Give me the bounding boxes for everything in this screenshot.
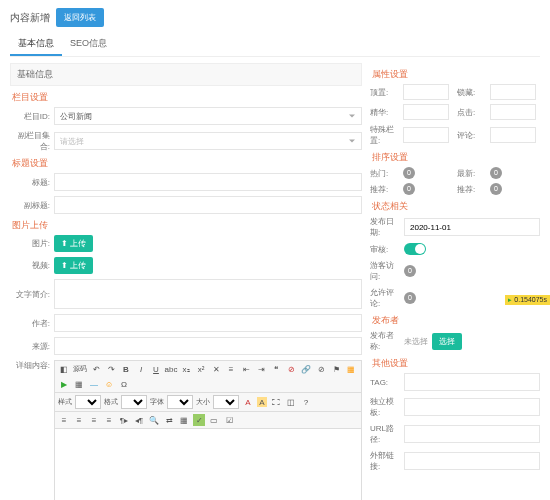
input-title[interactable] xyxy=(54,173,362,191)
badge-new[interactable]: 0 xyxy=(490,167,502,179)
upload-image-button[interactable]: ⬆上传 xyxy=(54,235,93,252)
input-tag[interactable] xyxy=(404,373,540,391)
rich-editor: ◧源码 ↶ ↷ B I U abc x₂ x² ✕ ≡ ⇤ ⇥ xyxy=(54,360,362,500)
media-icon[interactable]: ▶ xyxy=(58,378,70,390)
form-icon[interactable]: ▭ xyxy=(208,414,220,426)
ltr-icon[interactable]: ¶▸ xyxy=(118,414,130,426)
strike-icon[interactable]: abc xyxy=(165,363,177,375)
toggle-audit[interactable] xyxy=(404,243,426,255)
select-style[interactable] xyxy=(75,395,101,409)
unlink-icon[interactable]: ⊘ xyxy=(315,363,327,375)
input-source[interactable] xyxy=(54,337,362,355)
label-tag: TAG: xyxy=(370,378,400,387)
textarea-intro[interactable] xyxy=(54,279,362,309)
label-new: 最新: xyxy=(457,168,487,179)
redo-icon[interactable]: ↷ xyxy=(105,363,117,375)
label-subtitle: 副标题: xyxy=(10,200,50,211)
input-subtitle[interactable] xyxy=(54,196,362,214)
upload-video-button[interactable]: ⬆上传 xyxy=(54,257,93,274)
select-all-icon[interactable]: ▦ xyxy=(178,414,190,426)
input-top[interactable] xyxy=(403,84,449,100)
select-sub-column[interactable]: 请选择 xyxy=(54,132,362,150)
italic-icon[interactable]: I xyxy=(135,363,147,375)
tab-seo[interactable]: SEO信息 xyxy=(62,33,115,56)
clear-icon[interactable]: ✕ xyxy=(210,363,222,375)
input-ex2[interactable] xyxy=(490,127,536,143)
replace-icon[interactable]: ⇄ xyxy=(163,414,175,426)
blocks-icon[interactable]: ◫ xyxy=(285,396,297,408)
bold-icon[interactable]: B xyxy=(120,363,132,375)
ol-icon[interactable]: ≡ xyxy=(225,363,237,375)
label-slide: 推荐: xyxy=(457,184,487,195)
input-url[interactable] xyxy=(404,425,540,443)
input-hide[interactable] xyxy=(490,84,536,100)
section-sort: 排序设置 xyxy=(370,151,540,164)
aj-icon[interactable]: ≡ xyxy=(103,414,115,426)
al-icon[interactable]: ≡ xyxy=(58,414,70,426)
select-publisher-button[interactable]: 选择 xyxy=(432,333,462,350)
check-icon[interactable]: ☑ xyxy=(223,414,235,426)
badge-hits[interactable]: 0 xyxy=(404,265,416,277)
emoji-icon[interactable]: ☺ xyxy=(103,378,115,390)
panel-header-left: 基础信息 xyxy=(10,63,362,86)
anchor-icon[interactable]: ⚑ xyxy=(330,363,342,375)
stop-icon[interactable]: ⊘ xyxy=(285,363,297,375)
spell-icon[interactable]: ✓ xyxy=(193,414,205,426)
find-icon[interactable]: 🔍 xyxy=(148,414,160,426)
select-column[interactable]: 公司新闻 xyxy=(54,107,362,125)
quote-icon[interactable]: ❝ xyxy=(270,363,282,375)
ac-icon[interactable]: ≡ xyxy=(73,414,85,426)
outdent-icon[interactable]: ⇤ xyxy=(240,363,252,375)
hr-icon[interactable]: — xyxy=(88,378,100,390)
input-template[interactable] xyxy=(404,398,540,416)
editor-toolbar-3: ≡ ≡ ≡ ≡ ¶▸ ◂¶ 🔍 ⇄ ▦ ✓ ▭ ☑ xyxy=(55,412,361,429)
input-extlink[interactable] xyxy=(404,452,540,470)
section-column: 栏目设置 xyxy=(10,91,362,104)
section-title: 标题设置 xyxy=(10,157,362,170)
label-source: 来源: xyxy=(10,341,50,352)
input-pubdate[interactable] xyxy=(404,218,540,236)
label-hits: 游客访问: xyxy=(370,260,400,282)
link-icon[interactable]: 🔗 xyxy=(300,363,312,375)
label-audit: 审核: xyxy=(370,244,400,255)
max-icon[interactable]: ⛶ xyxy=(270,396,282,408)
special-icon[interactable]: Ω xyxy=(118,378,130,390)
sub-icon[interactable]: x₂ xyxy=(180,363,192,375)
label-sub-column: 副栏目集合: xyxy=(10,130,50,152)
input-hit[interactable] xyxy=(490,104,536,120)
editor-toolbar-2: 样式 格式 字体 大小 A A ⛶ ◫ ? xyxy=(55,393,361,412)
rtl-icon[interactable]: ◂¶ xyxy=(133,414,145,426)
upload-icon: ⬆ xyxy=(61,239,68,248)
select-font[interactable] xyxy=(167,395,193,409)
badge-rec[interactable]: 0 xyxy=(403,183,415,195)
sup-icon[interactable]: x² xyxy=(195,363,207,375)
input-hot[interactable] xyxy=(403,104,449,120)
image-icon[interactable]: ▦ xyxy=(345,363,357,375)
color-icon[interactable]: A xyxy=(242,396,254,408)
badge-cmt[interactable]: 0 xyxy=(404,292,416,304)
bgcolor-icon[interactable]: A xyxy=(257,397,267,407)
indent-icon[interactable]: ⇥ xyxy=(255,363,267,375)
section-image: 图片上传 xyxy=(10,219,362,232)
table-icon[interactable]: ▦ xyxy=(73,378,85,390)
select-format[interactable] xyxy=(121,395,147,409)
underline-icon[interactable]: U xyxy=(150,363,162,375)
help-icon[interactable]: ? xyxy=(300,396,312,408)
tab-basic[interactable]: 基本信息 xyxy=(10,33,62,56)
badge-hot[interactable]: 0 xyxy=(403,167,415,179)
label-top: 顶置: xyxy=(370,87,400,98)
back-button[interactable]: 返回列表 xyxy=(56,8,104,27)
select-size[interactable] xyxy=(213,395,239,409)
badge-slide[interactable]: 0 xyxy=(490,183,502,195)
undo-icon[interactable]: ↶ xyxy=(90,363,102,375)
label-hot: 精华: xyxy=(370,107,400,118)
perf-badge: 0.154075s xyxy=(505,295,550,305)
ar-icon[interactable]: ≡ xyxy=(88,414,100,426)
input-ex1[interactable] xyxy=(403,127,449,143)
label-cmt: 允许评论: xyxy=(370,287,400,309)
editor-body[interactable] xyxy=(55,429,361,500)
editor-toolbar-1: ◧源码 ↶ ↷ B I U abc x₂ x² ✕ ≡ ⇤ ⇥ xyxy=(55,361,361,393)
source-icon[interactable]: ◧ xyxy=(58,363,70,375)
label-column-id: 栏目ID: xyxy=(10,111,50,122)
input-author[interactable] xyxy=(54,314,362,332)
